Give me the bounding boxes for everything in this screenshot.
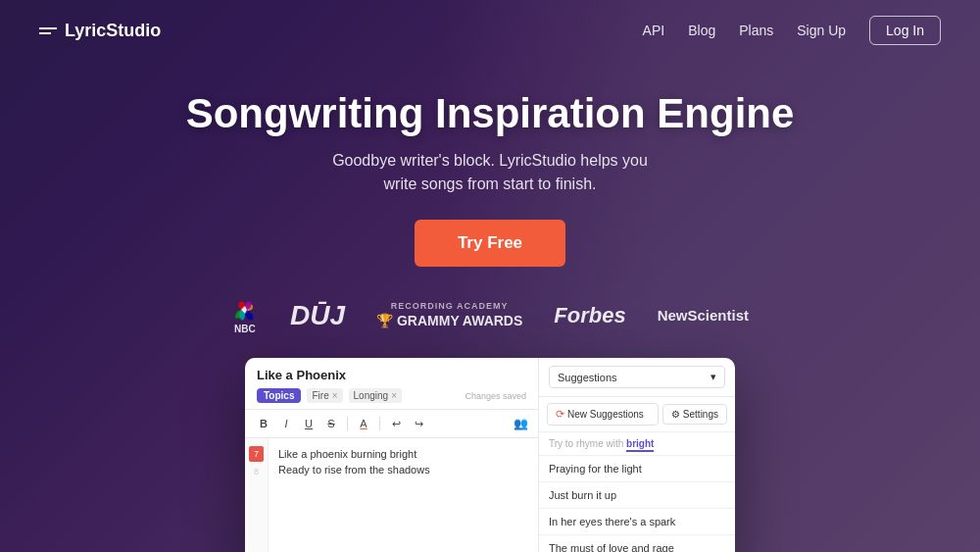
press-logos: NBC DŪJ RECORDING ACADEMY 🏆 GRAMMY AWARD… — [0, 296, 980, 334]
line-numbers: 7 8 — [245, 438, 269, 552]
nav-plans[interactable]: Plans — [739, 23, 773, 38]
suggestion-item-1[interactable]: Just burn it up — [539, 482, 735, 509]
logo-icon — [39, 27, 57, 34]
suggestion-item-0[interactable]: Praying for the light — [539, 456, 735, 482]
settings-button[interactable]: ⚙ Settings — [662, 404, 727, 425]
editor-line-7: Like a phoenix burning bright — [278, 446, 528, 462]
rhyme-bar: Try to rhyme with bright — [539, 432, 735, 456]
nav-blog[interactable]: Blog — [688, 23, 715, 38]
nbc-icon — [231, 296, 259, 324]
editor-header: Like a Phoenix Topics Fire × Longing × C… — [245, 358, 538, 410]
hero-headline: Songwriting Inspiration Engine — [0, 90, 980, 137]
dj-logo: DŪJ — [290, 300, 345, 331]
remove-longing-tag[interactable]: × — [391, 390, 397, 401]
strikethrough-button[interactable]: S — [322, 415, 340, 432]
forbes-logo: Forbes — [554, 303, 625, 328]
brand-name: LyricStudio — [65, 21, 161, 41]
undo-button[interactable]: ↩ — [387, 415, 405, 432]
new-suggestions-button[interactable]: ⟳ New Suggestions — [547, 403, 659, 426]
suggestions-list: Praying for the light Just burn it up In… — [539, 456, 735, 552]
chevron-down-icon: ▾ — [710, 371, 716, 383]
toolbar-divider-2 — [379, 417, 380, 430]
grammy-icon: 🏆 — [376, 312, 393, 329]
editor-line-8: Ready to rise from the shadows — [278, 462, 528, 477]
grammy-logo: RECORDING ACADEMY 🏆 GRAMMY AWARDS — [376, 301, 522, 330]
underline-button[interactable]: U — [300, 415, 318, 432]
editor-lines[interactable]: Like a phoenix burning bright Ready to r… — [269, 438, 538, 552]
suggestion-item-3[interactable]: The must of love and rage — [539, 535, 735, 552]
bold-button[interactable]: B — [255, 415, 272, 432]
suggestions-header: Suggestions ▾ — [539, 358, 735, 397]
hero-section: Songwriting Inspiration Engine Goodbye w… — [0, 61, 980, 334]
line-number-7: 7 — [249, 446, 264, 462]
nbc-logo: NBC — [231, 296, 259, 334]
rhyme-word: bright — [626, 438, 654, 452]
app-preview: Like a Phoenix Topics Fire × Longing × C… — [245, 358, 735, 552]
nav-api[interactable]: API — [643, 23, 665, 38]
tag-fire: Fire × — [307, 388, 342, 403]
color-button[interactable]: A — [355, 415, 372, 432]
remove-fire-tag[interactable]: × — [332, 390, 338, 401]
toolbar-divider-1 — [347, 417, 348, 430]
try-free-button[interactable]: Try Free — [415, 220, 565, 267]
collaborators-icon: 👥 — [514, 417, 528, 430]
editor-title: Like a Phoenix — [257, 368, 526, 382]
redo-button[interactable]: ↪ — [410, 415, 427, 432]
login-button[interactable]: Log In — [869, 16, 941, 45]
newscientist-logo: NewScientist — [658, 307, 749, 324]
changes-saved-status: Changes saved — [465, 391, 526, 401]
editor-tags: Topics Fire × Longing × Changes saved — [257, 388, 526, 403]
hero-subtext: Goodbye writer's block. LyricStudio help… — [0, 149, 980, 196]
logo: LyricStudio — [39, 21, 161, 41]
nav-links: API Blog Plans Sign Up Log In — [643, 16, 941, 45]
editor-content: 7 8 Like a phoenix burning bright Ready … — [245, 438, 538, 552]
suggestion-item-2[interactable]: In her eyes there's a spark — [539, 509, 735, 535]
topics-button[interactable]: Topics — [257, 388, 301, 403]
editor-toolbar: B I U S A ↩ ↪ 👥 — [245, 410, 538, 438]
tag-longing: Longing × — [349, 388, 402, 403]
suggestions-panel: Suggestions ▾ ⟳ New Suggestions ⚙ Settin… — [539, 358, 735, 552]
suggestions-dropdown[interactable]: Suggestions ▾ — [549, 366, 725, 388]
editor-panel: Like a Phoenix Topics Fire × Longing × C… — [245, 358, 539, 552]
line-number-8: 8 — [249, 464, 264, 479]
nav-signup[interactable]: Sign Up — [797, 23, 846, 38]
italic-button[interactable]: I — [277, 415, 295, 432]
gear-icon: ⚙ — [671, 409, 680, 420]
suggestions-actions: ⟳ New Suggestions ⚙ Settings — [539, 397, 735, 432]
refresh-icon: ⟳ — [556, 408, 564, 421]
navbar: LyricStudio API Blog Plans Sign Up Log I… — [0, 0, 980, 61]
